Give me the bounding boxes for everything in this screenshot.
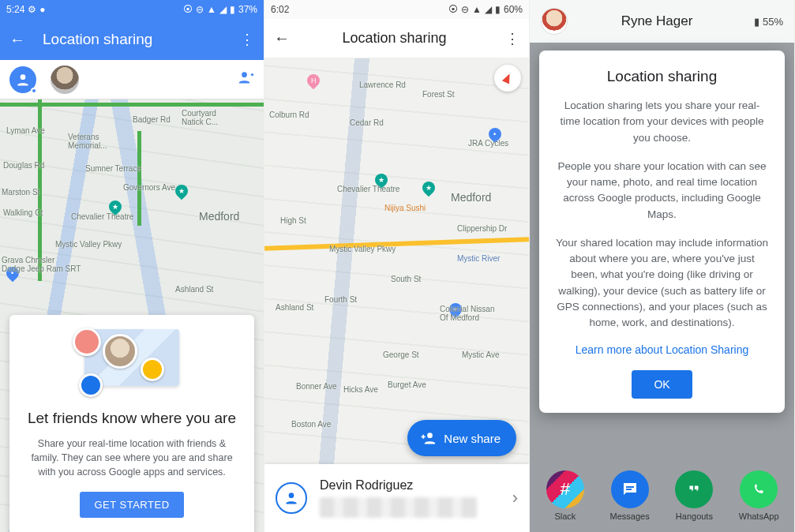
svg-point-3 [289,493,294,498]
hangouts-icon [675,470,713,508]
back-icon[interactable]: ← [274,29,290,47]
map-label: Mystic Valley Pkwy [329,245,396,253]
map-label: Nijiya Sushi [384,204,426,212]
map-label: Mystic Ave [462,350,500,359]
slack-icon: # [546,470,584,508]
traffic-road [0,103,264,107]
compass-icon [502,72,513,84]
info-dialog: Location sharing Location sharing lets y… [539,51,785,413]
battery-percent: 60% [504,4,523,15]
map-label: High St [280,216,306,225]
panel-new-ui: 6:02 ⦿ ⊖ ▲ ◢ ▮ 60% ← Location sharing ⋮ … [264,0,530,532]
map-label: Ashland St [276,303,313,312]
avatar-illustration-icon [73,328,101,356]
dialog-title: Location sharing [555,68,769,85]
map-label: Douglas Rd [3,161,44,170]
illustration [24,329,240,400]
learn-more-link[interactable]: Learn more about Location Sharing [555,343,769,356]
do-not-disturb-icon: ⊖ [461,4,469,15]
map-label: Grava Chrysler Dodge Jeep Ram SRT [2,256,81,273]
cloud-icon: ● [39,4,45,15]
map-label: JRA Cycles [468,139,508,148]
map-label: George St [383,350,419,359]
map-label: Ashland St [175,285,213,294]
settings-glyph-icon: ⚙ [28,4,36,15]
get-started-button[interactable]: GET STARTED [80,492,183,518]
dialog-paragraph: Your shared location may include informa… [555,235,769,332]
status-time: 6:02 [271,4,289,15]
battery-icon: ▮ [230,4,235,15]
wifi-icon: ▲ [472,4,482,15]
more-icon[interactable]: ⋮ [505,30,519,47]
dock-app-slack[interactable]: # Slack [538,470,593,521]
person-icon [283,490,299,506]
contact-avatar [276,482,307,514]
map-label: Chevalier Theatre [71,212,133,221]
map-label: Boston Ave [291,420,331,429]
add-person-button[interactable] [238,69,254,90]
map-view[interactable]: H ★ ★ • • Lawrence Rd Forest St Cedar Rd… [264,58,529,464]
status-bar: 5:24 ⚙ ● ⦿ ⊖ ▲ ◢ ▮ 37% [0,0,264,19]
battery-icon: ▮ [495,4,501,15]
dock-app-whatsapp[interactable]: WhatsApp [731,470,786,521]
app-dock: # Slack Messages Hangouts WhatsApp [530,463,794,529]
battery-percent: 37% [238,4,257,15]
map-label: Chevalier Theatre [337,185,399,193]
map-label: Cedar Rd [350,118,384,127]
location-icon: ⦿ [448,4,458,15]
map-label: Governors Ave [123,183,175,192]
map-label: Forest St [422,90,455,99]
do-not-disturb-icon: ⊖ [196,4,204,15]
new-share-button[interactable]: New share [407,420,516,456]
contact-row[interactable]: Devin Rodriguez › [264,464,529,532]
people-bar [0,60,264,99]
profile-header: Ryne Hager ▮ 55% [530,0,794,43]
ok-button[interactable]: OK [632,370,692,399]
map-label: Fourth St [324,295,357,304]
map-label: Clippership Dr [457,224,507,233]
card-title: Let friends know where you are [24,410,240,427]
messages-icon [611,470,649,508]
more-icon[interactable]: ⋮ [240,31,254,48]
svg-point-1 [242,72,247,77]
fab-label: New share [444,432,501,445]
dialog-paragraph: Location sharing lets you share your rea… [555,98,769,146]
app-bar: ← Location sharing ⋮ [264,19,529,58]
svg-point-0 [21,74,26,80]
map-label: Marston St [2,188,39,197]
battery-indicator: ▮ 55% [754,16,783,28]
dock-app-hangouts[interactable]: Hangouts [666,470,722,521]
map-label: Burget Ave [388,380,426,389]
self-avatar[interactable] [9,66,36,93]
compass-button[interactable] [494,65,521,92]
map-label: Mystic Valley Pkwy [55,240,122,249]
map-label: Lyman Ave [6,126,45,135]
onboarding-card: Let friends know where you are Share you… [9,315,254,532]
back-icon[interactable]: ← [9,31,25,49]
map-label: Mystic River [457,254,500,263]
battery-percent: 55% [763,16,783,28]
dock-label: Slack [538,511,593,521]
whatsapp-icon [740,470,778,508]
user-avatar[interactable] [541,8,568,35]
user-name: Ryne Hager [579,13,743,29]
map-label: Walkling Ct [3,208,43,217]
map-label: Colonial Nissan Of Medford [440,305,494,322]
person-icon [15,72,31,88]
contact-name: Devin Rodriguez [320,478,512,493]
dock-label: WhatsApp [731,511,786,521]
map-label: Veterans Memorial... [68,133,107,150]
location-icon: ⦿ [183,4,193,15]
map-label: Medford [451,191,491,204]
dock-app-messages[interactable]: Messages [602,470,658,521]
chevron-right-icon: › [512,488,518,508]
map-label: Lawrence Rd [359,81,406,89]
status-time: 5:24 [6,4,24,15]
wifi-icon: ▲ [207,4,216,15]
avatar-illustration-icon [103,334,137,369]
page-title: Location sharing [306,30,505,47]
friend-avatar[interactable] [51,66,79,94]
person-add-icon [238,69,254,85]
person-add-icon [420,430,436,446]
battery-icon: ▮ [754,16,759,28]
